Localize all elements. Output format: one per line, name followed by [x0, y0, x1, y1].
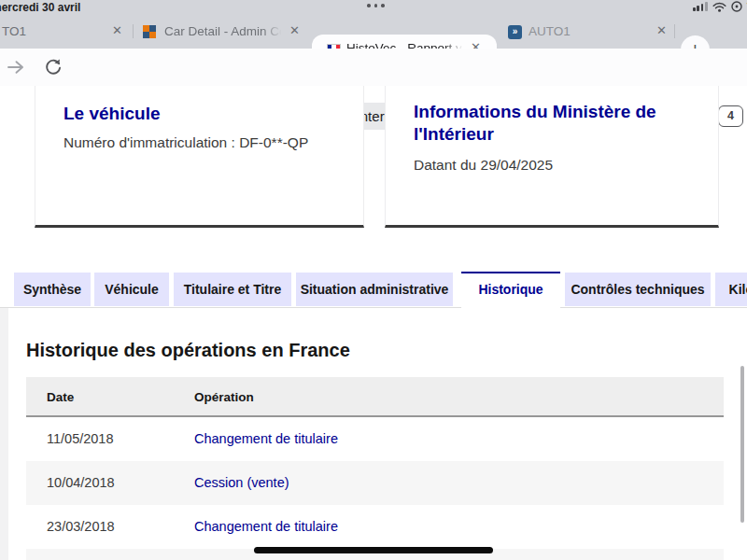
close-tab-icon[interactable]: ✕: [289, 23, 300, 38]
row-operation-link[interactable]: Cession (vente): [194, 475, 289, 490]
cellular-signal-icon: [693, 2, 708, 11]
browser-tab-auto1[interactable]: AUTO1: [529, 24, 571, 38]
row-date: 11/05/2018: [47, 431, 114, 446]
vertical-scrollbar[interactable]: [740, 366, 744, 523]
vehicle-card-title: Le véhicule: [63, 103, 161, 125]
browser-nav-bar: histovec.interieur.gouv.fr 4: [0, 49, 747, 86]
table-row: 10/04/2018 Cession (vente): [26, 461, 724, 505]
row-operation-link[interactable]: Changement de titulaire: [194, 431, 338, 446]
multitask-dots-icon: [367, 4, 385, 7]
car-detail-favicon-icon: [143, 25, 156, 38]
home-indicator[interactable]: [254, 547, 493, 553]
status-icons: 7: [693, 1, 747, 12]
tab-kilometrage[interactable]: Kilométrage: [715, 273, 747, 306]
orientation-lock-icon: [731, 1, 742, 12]
col-date: Date: [47, 390, 74, 404]
tab-vehicule[interactable]: Véhicule: [94, 273, 169, 306]
tab-titulaire[interactable]: Titulaire et Titre: [174, 273, 291, 306]
table-row: 11/05/2018 Changement de titulaire: [26, 417, 724, 461]
reload-icon[interactable]: [44, 58, 63, 77]
status-date: mercredi 30 avril: [0, 1, 80, 14]
col-operation: Opération: [194, 390, 254, 404]
ministry-card-title: Informations du Ministère de l'Intérieur: [414, 101, 689, 146]
close-tab-icon[interactable]: ✕: [112, 23, 122, 38]
table-header: Date Opération: [26, 377, 724, 417]
table-row: 23/03/2018 Changement de titulaire: [26, 505, 724, 549]
tab-historique-active[interactable]: Historique: [461, 272, 560, 308]
browser-tab-strip: TO1 ✕ Car Detail - Admin Cente ✕ HistoVe…: [0, 15, 747, 49]
section-title: Historique des opérations en France: [26, 340, 350, 361]
row-operation-link[interactable]: Changement de titulaire: [194, 519, 338, 534]
forward-icon[interactable]: [7, 60, 25, 75]
row-date: 10/04/2018: [47, 475, 115, 490]
wifi-icon: [712, 2, 726, 12]
tab-divider: [674, 24, 675, 38]
panel-left-edge: [0, 308, 8, 560]
tab-overview-button[interactable]: 4: [718, 105, 743, 127]
browser-tab-car-detail[interactable]: Car Detail - Admin Cente: [164, 24, 284, 38]
tab-synthese[interactable]: Synthèse: [14, 273, 91, 306]
tab-controles[interactable]: Contrôles techniques: [565, 273, 711, 306]
browser-tab-auto1-left[interactable]: TO1: [2, 24, 26, 38]
row-date: 23/03/2018: [47, 519, 115, 534]
vehicle-card-body: Numéro d'immatriculation : DF-0**-QP: [63, 134, 308, 151]
vehicle-card: Le véhicule Numéro d'immatriculation : D…: [35, 86, 364, 228]
ministry-card-body: Datant du 29/04/2025: [414, 157, 553, 174]
report-tabs: Synthèse Véhicule Titulaire et Titre Sit…: [0, 273, 747, 308]
ministry-card: Informations du Ministère de l'Intérieur…: [385, 86, 719, 228]
status-bar: mercredi 30 avril 7: [0, 0, 747, 15]
auto1-favicon-icon: »: [508, 25, 522, 39]
ipad-screen: mercredi 30 avril 7 TO1 ✕: [0, 0, 747, 560]
close-tab-icon[interactable]: ✕: [656, 23, 667, 38]
tab-situation[interactable]: Situation administrative: [296, 273, 453, 306]
tab-divider: [133, 24, 134, 38]
